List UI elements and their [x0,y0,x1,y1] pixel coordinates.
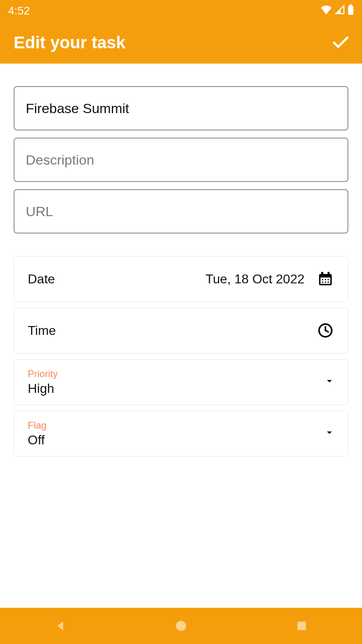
date-row[interactable]: Date Tue, 18 Oct 2022 [14,256,348,302]
svg-rect-14 [298,622,306,630]
chevron-down-icon [325,428,334,439]
nav-back-button[interactable] [50,616,70,636]
clock-icon [317,322,334,339]
form-content: Date Tue, 18 Oct 2022 Time [0,64,362,456]
title-field-container [14,86,348,130]
svg-rect-3 [321,278,331,284]
time-row[interactable]: Time [14,308,348,353]
signal-icon [335,4,345,17]
status-time: 4:52 [8,4,30,17]
svg-point-6 [322,279,323,281]
check-icon [331,33,351,53]
priority-label: Priority [28,368,334,380]
square-icon [296,620,307,632]
circle-icon [175,620,187,632]
svg-point-8 [327,279,329,281]
nav-bar [0,608,362,644]
svg-point-7 [325,279,326,281]
status-right [320,4,354,18]
description-input[interactable] [26,152,336,168]
battery-icon [348,4,354,18]
svg-point-10 [325,281,326,283]
chevron-down-icon [325,376,334,388]
date-label: Date [28,272,55,287]
url-input[interactable] [26,204,336,219]
time-label: Time [28,323,56,338]
svg-rect-4 [321,272,323,276]
svg-rect-0 [348,6,354,15]
app-bar: Edit your task [0,22,362,64]
svg-point-9 [322,281,323,283]
svg-rect-5 [327,272,329,276]
wifi-icon [320,4,332,17]
priority-value: High [28,381,334,396]
flag-value: Off [28,433,334,448]
nav-home-button[interactable] [171,616,191,636]
description-field-container [14,138,348,182]
svg-rect-1 [350,4,352,6]
triangle-left-icon [53,619,67,633]
svg-point-11 [327,281,329,283]
flag-label: Flag [28,420,334,431]
status-bar: 4:52 [0,0,362,22]
calendar-icon [317,270,334,288]
page-title: Edit your task [14,33,125,52]
svg-point-13 [176,621,186,631]
nav-recent-button[interactable] [292,616,312,636]
priority-row[interactable]: Priority High [14,359,348,405]
url-field-container [14,189,348,233]
confirm-button[interactable] [331,33,351,53]
flag-row[interactable]: Flag Off [14,411,348,456]
date-value: Tue, 18 Oct 2022 [206,272,304,287]
title-input[interactable] [26,101,336,116]
